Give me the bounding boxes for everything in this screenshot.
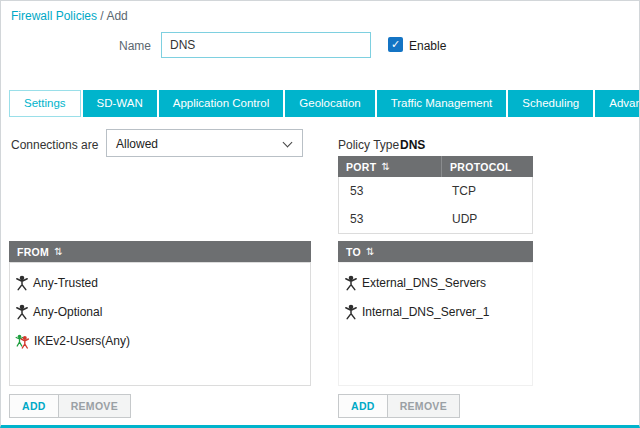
protocol-cell: TCP <box>443 184 476 198</box>
protocol-column-header[interactable]: PROTOCOL <box>442 161 512 173</box>
tab-bar: Settings SD-WAN Application Control Geol… <box>9 90 640 117</box>
alias-icon <box>344 275 358 291</box>
chevron-down-icon <box>283 138 293 148</box>
from-list: Any-Trusted Any-Optional IKEv2-Users(Any… <box>9 262 311 386</box>
list-item-any-optional[interactable]: Any-Optional <box>10 297 310 326</box>
name-input[interactable] <box>161 32 371 58</box>
breadcrumb-separator: / <box>97 9 106 23</box>
sort-icon: ⇅ <box>381 161 390 172</box>
policy-type-value: DNS <box>400 138 425 152</box>
port-table: PORT ⇅ PROTOCOL 53 TCP 53 UDP <box>338 156 533 234</box>
alias-icon <box>344 304 358 320</box>
protocol-cell: UDP <box>443 212 477 226</box>
to-panel-header[interactable]: TO ⇅ <box>338 241 533 262</box>
breadcrumb-link-firewall-policies[interactable]: Firewall Policies <box>11 9 97 23</box>
connections-dropdown-value: Allowed <box>116 137 158 151</box>
to-buttons: ADD REMOVE <box>338 394 460 418</box>
to-add-button[interactable]: ADD <box>338 394 388 418</box>
enable-checkbox[interactable]: ✓ <box>388 37 403 52</box>
connections-dropdown[interactable]: Allowed <box>106 129 303 157</box>
name-label: Name <box>119 39 151 53</box>
from-buttons: ADD REMOVE <box>9 394 131 418</box>
from-remove-button[interactable]: REMOVE <box>58 394 131 418</box>
alias-icon <box>15 275 29 291</box>
port-table-header: PORT ⇅ PROTOCOL <box>338 156 533 177</box>
tab-traffic-management[interactable]: Traffic Management <box>377 90 507 117</box>
from-add-button[interactable]: ADD <box>9 394 59 418</box>
tab-scheduling[interactable]: Scheduling <box>508 90 593 117</box>
from-panel-header[interactable]: FROM ⇅ <box>9 241 311 262</box>
list-item-internal-dns-server-1[interactable]: Internal_DNS_Server_1 <box>339 297 532 326</box>
policy-type-label: Policy Type <box>338 138 399 152</box>
sort-icon: ⇅ <box>54 246 63 257</box>
port-cell: 53 <box>339 184 443 198</box>
breadcrumb: Firewall Policies / Add <box>11 9 128 23</box>
firewall-policy-add-page: Firewall Policies / Add Name ✓ Enable Se… <box>0 0 640 428</box>
tab-geolocation[interactable]: Geolocation <box>285 90 374 117</box>
port-cell: 53 <box>339 212 443 226</box>
to-list: External_DNS_Servers Internal_DNS_Server… <box>338 262 533 386</box>
port-table-body: 53 TCP 53 UDP <box>338 177 533 234</box>
sort-icon: ⇅ <box>366 246 375 257</box>
connections-are-label: Connections are <box>11 138 98 152</box>
port-column-header[interactable]: PORT ⇅ <box>338 156 442 177</box>
enable-label: Enable <box>409 39 446 53</box>
table-row: 53 UDP <box>339 205 532 233</box>
tab-settings[interactable]: Settings <box>9 90 81 117</box>
alias-icon <box>15 304 29 320</box>
table-row: 53 TCP <box>339 177 532 205</box>
list-item-ikev2-users[interactable]: IKEv2-Users(Any) <box>10 326 310 355</box>
tab-advanced[interactable]: Advanced <box>595 90 640 117</box>
tab-application-control[interactable]: Application Control <box>159 90 284 117</box>
tab-sd-wan[interactable]: SD-WAN <box>83 90 157 117</box>
users-group-icon <box>15 333 30 349</box>
list-item-any-trusted[interactable]: Any-Trusted <box>10 268 310 297</box>
list-item-external-dns-servers[interactable]: External_DNS_Servers <box>339 268 532 297</box>
breadcrumb-current: Add <box>106 9 127 23</box>
to-remove-button[interactable]: REMOVE <box>387 394 460 418</box>
